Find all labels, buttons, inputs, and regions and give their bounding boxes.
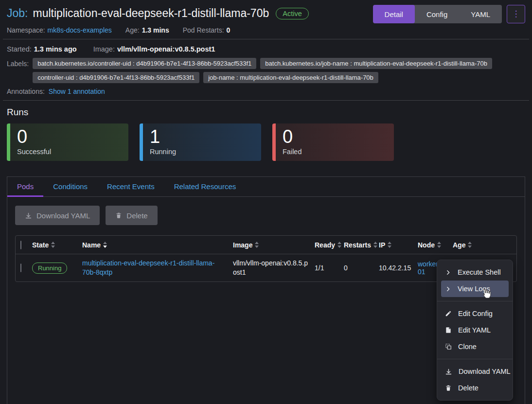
labels-line-2: controller-uid : d4b91906-b7e1-4f13-86bb… (33, 72, 492, 83)
started-label: Started: (7, 45, 32, 53)
tab-related-resources[interactable]: Related Resources (164, 177, 246, 197)
menu-item-clone[interactable]: Clone (437, 338, 513, 355)
annotations-row: Annotations: Show 1 annotation (7, 88, 525, 95)
running-count: 1 (150, 127, 254, 147)
pod-actions-context-menu: Execute Shell View Logs Edit Config Edit… (437, 260, 513, 401)
labels-rows: batch.kubernetes.io/controller-uid : d4b… (33, 58, 492, 83)
pod-name-link[interactable]: multiplication-eval-deepseek-r1-distill-… (82, 259, 214, 276)
config-view-button[interactable]: Config (415, 5, 459, 23)
menu-divider (437, 359, 513, 359)
delete-button[interactable]: Delete (106, 206, 157, 225)
failed-label: Failed (283, 148, 387, 156)
header-actions: Detail Config YAML ⋮ (373, 5, 525, 23)
menu-item-edit-config[interactable]: Edit Config (437, 305, 513, 322)
sort-icon (103, 242, 107, 248)
menu-item-delete[interactable]: Delete (437, 380, 513, 396)
image-value: vllm/vllm-openai:v0.8.5.post1 (117, 45, 215, 53)
labels-label: Labels: (7, 58, 29, 68)
column-header-node[interactable]: Node (418, 241, 453, 249)
pod-ready-cell: 1/1 (315, 264, 344, 272)
running-runs-card: 1 Running (140, 123, 261, 161)
namespace-link[interactable]: mk8s-docs-examples (48, 26, 112, 34)
pod-restarts-value: 0 (227, 26, 231, 34)
title-group: Job: multiplication-eval-deepseek-r1-dis… (7, 5, 309, 20)
status-badge: Active (276, 8, 309, 19)
show-annotation-link[interactable]: Show 1 annotation (49, 88, 105, 95)
runs-heading: Runs (7, 107, 525, 118)
pods-table-header: State Name Image Ready (16, 236, 516, 254)
sort-icon (388, 242, 391, 248)
trash-icon (115, 212, 122, 219)
namespace-meta: Namespace: mk8s-docs-examples (7, 26, 112, 34)
header-kebab-menu-icon[interactable]: ⋮ (507, 5, 525, 23)
page-header: Job: multiplication-eval-deepseek-r1-dis… (7, 5, 525, 23)
resource-kind: Job: (7, 7, 28, 20)
started-meta: Started: 1.3 mins ago (7, 45, 77, 53)
failed-runs-card: 0 Failed (272, 123, 394, 161)
started-row: Started: 1.3 mins ago Image: vllm/vllm-o… (7, 45, 525, 53)
failed-count: 0 (283, 127, 387, 147)
column-header-image[interactable]: Image (233, 241, 315, 249)
pod-name-cell: multiplication-eval-deepseek-r1-distill-… (82, 259, 233, 277)
pod-restarts-cell: 0 (344, 264, 379, 272)
pencil-icon (445, 310, 452, 317)
started-value: 1.3 mins ago (34, 45, 77, 53)
sort-icon (337, 242, 341, 248)
age-meta: Age: 1.3 mins (125, 26, 169, 34)
details-divider (3, 100, 529, 101)
sort-icon (255, 242, 259, 248)
page-title: multiplication-eval-deepseek-r1-distill-… (33, 7, 269, 20)
label-tag: controller-uid : d4b91906-b7e1-4f13-86bb… (33, 72, 199, 83)
failed-accent-stripe (272, 123, 276, 161)
sort-icon (437, 242, 441, 248)
download-yaml-button[interactable]: Download YAML (15, 206, 100, 225)
trash-icon (445, 385, 452, 391)
column-header-age[interactable]: Age (453, 241, 494, 249)
column-header-name[interactable]: Name (82, 241, 233, 249)
image-meta: Image: vllm/vllm-openai:v0.8.5.post1 (93, 45, 215, 53)
successful-runs-card: 0 Successful (7, 123, 128, 161)
tab-pods[interactable]: Pods (7, 177, 43, 197)
pod-restarts-label: Pod Restarts: (183, 26, 224, 34)
menu-item-execute-shell[interactable]: Execute Shell (437, 264, 513, 281)
age-label: Age: (125, 26, 140, 34)
sort-icon (468, 242, 472, 248)
column-header-ip[interactable]: IP (379, 241, 418, 249)
sort-icon (51, 242, 55, 248)
download-icon (25, 212, 32, 219)
table-toolbar: Download YAML Delete (15, 206, 517, 225)
header-meta-row: Namespace: mk8s-docs-examples Age: 1.3 m… (7, 26, 525, 34)
label-tag: batch.kubernetes.io/controller-uid : d4b… (33, 58, 256, 69)
menu-item-view-logs[interactable]: View Logs (441, 281, 509, 297)
menu-item-edit-yaml[interactable]: Edit YAML (437, 322, 513, 338)
successful-label: Successful (17, 148, 122, 156)
sort-icon (373, 242, 377, 248)
running-label: Running (150, 148, 254, 156)
row-checkbox[interactable] (20, 263, 21, 272)
pod-ip-cell: 10.42.2.15 (379, 264, 418, 272)
column-header-restarts[interactable]: Restarts (344, 241, 379, 249)
tab-recent-events[interactable]: Recent Events (97, 177, 164, 197)
chevron-right-icon (445, 269, 451, 276)
successful-count: 0 (17, 127, 122, 147)
success-accent-stripe (7, 123, 10, 161)
column-header-state[interactable]: State (32, 241, 82, 249)
label-tag: job-name : multiplication-eval-deepseek-… (203, 72, 378, 83)
view-switcher: Detail Config YAML (373, 5, 502, 23)
running-accent-stripe (140, 123, 143, 161)
header-divider (3, 39, 529, 39)
tabs-bar: Pods Conditions Recent Events Related Re… (7, 177, 525, 197)
yaml-view-button[interactable]: YAML (459, 5, 502, 23)
column-header-ready[interactable]: Ready (315, 241, 344, 249)
pod-state-badge: Running (32, 263, 67, 274)
label-tag: batch.kubernetes.io/job-name : multiplic… (260, 58, 492, 69)
select-all-checkbox[interactable] (20, 241, 21, 249)
menu-item-download-yaml[interactable]: Download YAML (437, 363, 513, 380)
detail-view-button[interactable]: Detail (373, 5, 415, 23)
tab-conditions[interactable]: Conditions (43, 177, 97, 197)
image-label: Image: (93, 45, 115, 53)
chevron-right-icon (445, 286, 451, 292)
namespace-label: Namespace: (7, 26, 45, 34)
menu-divider (437, 301, 513, 301)
labels-line-1: batch.kubernetes.io/controller-uid : d4b… (33, 58, 492, 69)
